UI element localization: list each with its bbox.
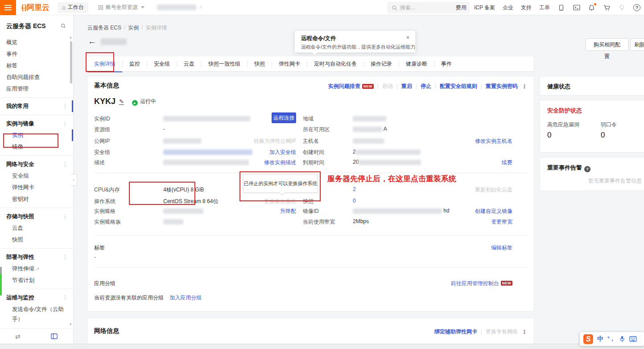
edit-tags-link[interactable]: 编辑标签 bbox=[491, 245, 512, 251]
action-troubleshoot[interactable]: 实例问题排查 bbox=[328, 83, 360, 90]
action-restart[interactable]: 重启 bbox=[401, 83, 412, 90]
refresh-button[interactable]: 刷新 bbox=[630, 38, 644, 51]
sidebar-group-deploy-elasticity[interactable]: 部署与弹性⋮ bbox=[0, 251, 73, 263]
action-start[interactable]: 启动 bbox=[382, 83, 393, 90]
action-reset-password[interactable]: 重置实例密码 bbox=[486, 83, 518, 90]
sidebar-item-key-pairs[interactable]: 密钥对 bbox=[0, 193, 73, 205]
sidebar-group-instances-images[interactable]: 实例与镜像⋮ bbox=[0, 118, 73, 129]
bind-secondary-eni-link[interactable]: 绑定辅助弹性网卡 bbox=[434, 328, 477, 336]
breadcrumb-instances[interactable]: 实例 bbox=[128, 25, 139, 31]
help-icon[interactable]: ? bbox=[633, 4, 640, 11]
more-vertical-icon[interactable]: ⋮ bbox=[62, 211, 68, 222]
tab-scheduled-tasks[interactable]: 定时与自动化任务 bbox=[307, 56, 363, 72]
ime-language-toggle[interactable]: 中 bbox=[597, 335, 603, 343]
tab-operation-records[interactable]: 操作记录 bbox=[364, 56, 399, 72]
tab-health-diagnosis[interactable]: 健康诊断 bbox=[399, 56, 434, 72]
more-vertical-icon[interactable]: ⋮ bbox=[62, 251, 68, 263]
microphone-icon[interactable] bbox=[619, 336, 625, 342]
modify-hostname-link[interactable]: 修改实例主机名 bbox=[475, 138, 512, 144]
sidebar-group-favorites[interactable]: 我的常用⋮ bbox=[0, 100, 73, 112]
menu-support[interactable]: 支持 bbox=[521, 4, 532, 12]
tab-monitoring[interactable]: 监控 bbox=[123, 56, 147, 72]
menu-enterprise[interactable]: 企业 bbox=[503, 4, 513, 12]
sidebar-item-events[interactable]: 事件 bbox=[0, 48, 73, 60]
reinitialize-disk-link[interactable]: 重新初始化云盘 bbox=[475, 187, 512, 193]
tab-security-groups[interactable]: 安全组 bbox=[147, 56, 177, 72]
tab-events[interactable]: 事件 bbox=[434, 56, 458, 72]
modify-description-link[interactable]: 修改实例描述 bbox=[264, 159, 296, 166]
tab-disks[interactable]: 云盘 bbox=[177, 56, 201, 72]
convert-to-eip-link[interactable]: 转换为弹性公网IP bbox=[254, 138, 296, 144]
more-vertical-icon[interactable]: ⋮ bbox=[62, 158, 68, 170]
back-button[interactable]: ← bbox=[88, 37, 96, 46]
notification-bell-icon[interactable] bbox=[588, 4, 595, 12]
change-vpc-link[interactable]: 更换专有网络 bbox=[486, 328, 518, 336]
aliyun-logo[interactable]: (-) 阿里云 bbox=[21, 2, 50, 12]
sidebar-scrollbar-thumb[interactable] bbox=[70, 41, 72, 83]
breadcrumb-ecs[interactable]: 云服务器 ECS bbox=[87, 25, 121, 31]
sidebar-item-self-diagnosis[interactable]: 自助问题排查 bbox=[0, 71, 73, 83]
sidebar-collapse-handle[interactable]: ‹ bbox=[71, 174, 77, 186]
join-security-group-link[interactable]: 加入安全组 bbox=[269, 149, 296, 155]
tab-eni[interactable]: 弹性网卡 bbox=[272, 56, 307, 72]
scroll-down-icon[interactable]: ▼ bbox=[69, 323, 72, 326]
more-vertical-icon[interactable]: ⋮ bbox=[62, 292, 68, 303]
upgrade-downgrade-link[interactable]: 升降配 bbox=[280, 208, 296, 214]
sidebar-item-tags[interactable]: 标签 bbox=[0, 60, 73, 71]
action-stop[interactable]: 停止 bbox=[421, 83, 431, 90]
eni-count-value[interactable]: 2 bbox=[353, 186, 356, 192]
create-custom-image-link[interactable]: 创建自定义镜像 bbox=[475, 208, 512, 214]
menu-billing[interactable]: 费用 bbox=[456, 4, 466, 12]
sidebar-item-disks[interactable]: 云盘 bbox=[0, 222, 73, 234]
tab-instance-details[interactable]: 实例详情 bbox=[87, 56, 122, 72]
sidebar-item-overview[interactable]: 概览 bbox=[0, 37, 73, 48]
sidebar-item-snapshots[interactable]: 快照 bbox=[0, 234, 73, 245]
sidebar-item-eni[interactable]: 弹性网卡 bbox=[0, 182, 73, 193]
sidebar-item-security-groups[interactable]: 安全组 bbox=[0, 170, 73, 182]
sidebar-item-images[interactable]: 镜像 bbox=[0, 141, 73, 153]
tab-snapshot-consistency-groups[interactable]: 快照一致性组 bbox=[202, 56, 247, 72]
renew-link[interactable]: 续费 bbox=[502, 159, 512, 166]
sogou-logo[interactable]: S bbox=[583, 334, 593, 344]
sidebar-item-instances[interactable]: 实例 bbox=[0, 129, 73, 141]
sidebar-group-network-security[interactable]: 网络与安全⋮ bbox=[0, 158, 73, 170]
more-vertical-icon[interactable]: ⋮ bbox=[522, 329, 527, 335]
sidebar-item-app-management[interactable]: 应用管理 bbox=[0, 83, 73, 95]
hamburger-menu-button[interactable] bbox=[0, 0, 16, 15]
sidebar-group-ops-monitoring[interactable]: 运维与监控⋮ bbox=[0, 292, 73, 303]
menu-tickets[interactable]: 工单 bbox=[539, 4, 550, 12]
more-vertical-icon[interactable]: ⋮ bbox=[62, 100, 68, 112]
shopping-cart-icon[interactable] bbox=[603, 4, 611, 12]
search-input[interactable] bbox=[400, 4, 458, 11]
go-app-console-link[interactable]: 前往应用管理控制台 bbox=[451, 280, 499, 287]
swap-icon[interactable]: ⇄ bbox=[15, 333, 21, 340]
sidebar-item-send-command[interactable]: 发送命令/文件（云助手） bbox=[0, 303, 73, 324]
menu-icp[interactable]: ICP 备案 bbox=[474, 4, 495, 12]
edit-name-icon[interactable]: ✎ bbox=[119, 99, 124, 105]
tab-snapshots[interactable]: 快照 bbox=[248, 56, 272, 72]
snapshot-count-value[interactable]: 0 bbox=[353, 198, 356, 204]
keyboard-icon[interactable] bbox=[629, 336, 637, 342]
action-configure-sg-rules[interactable]: 配置安全组规则 bbox=[440, 83, 477, 90]
mobile-app-icon[interactable] bbox=[557, 4, 565, 12]
sidebar-group-storage-snapshots[interactable]: 存储与快照⋮ bbox=[0, 211, 73, 222]
buy-same-config-button[interactable]: 购买相同配置 bbox=[586, 38, 628, 51]
close-icon[interactable]: ✕ bbox=[406, 35, 410, 41]
change-bandwidth-link[interactable]: 变更带宽 bbox=[491, 219, 512, 225]
sidebar-item-auto-scaling[interactable]: 弹性伸缩↗ bbox=[0, 263, 73, 274]
scroll-up-icon[interactable]: ▲ bbox=[69, 36, 72, 39]
ime-punctuation-toggle[interactable]: °， bbox=[607, 335, 615, 343]
sidebar-search-icon[interactable] bbox=[61, 23, 66, 30]
collapse-panel-icon[interactable] bbox=[51, 333, 58, 339]
remote-connect-button[interactable]: 远程连接 bbox=[272, 112, 296, 123]
more-vertical-icon[interactable]: ⋮ bbox=[522, 83, 527, 90]
help-icon[interactable]: ? bbox=[584, 166, 590, 172]
sidebar-item-savings-plan[interactable]: 节省计划 bbox=[0, 274, 73, 286]
account-scope-dropdown[interactable]: 账号全部资源 bbox=[98, 4, 144, 11]
more-vertical-icon[interactable]: ⋮ bbox=[62, 118, 68, 129]
cloudshell-icon[interactable] bbox=[573, 4, 580, 12]
workbench-button[interactable]: ⌂ 工作台 bbox=[58, 2, 88, 13]
change-os-link[interactable]: 更换操作系统 bbox=[264, 198, 296, 204]
lightbulb-icon[interactable] bbox=[618, 4, 626, 12]
join-app-group-link[interactable]: 加入应用分组 bbox=[169, 295, 202, 301]
